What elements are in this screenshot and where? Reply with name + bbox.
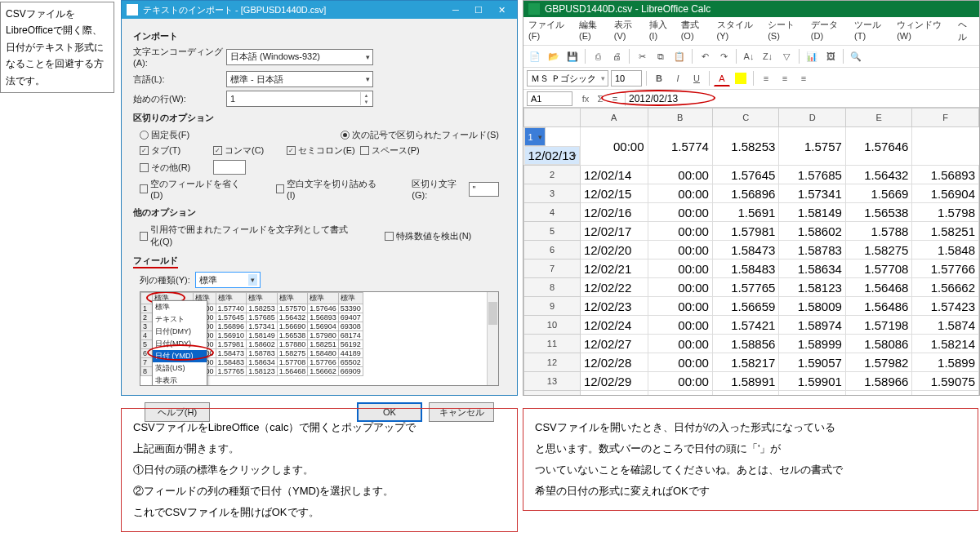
- maximize-button[interactable]: ☐: [468, 2, 489, 17]
- bg-color-icon[interactable]: [735, 73, 746, 84]
- align-left-icon[interactable]: ≡: [758, 70, 774, 86]
- annotation-circle-ymd: [147, 344, 214, 361]
- note-bottom-right: CSVファイルを開いたとき、日付が/の入った形式になっている と思います。数式バ…: [523, 408, 978, 511]
- align-right-icon[interactable]: ≡: [795, 70, 812, 86]
- field-preview[interactable]: 標準標準標準標準標準標準標準12012.02.1300:001.577401.5…: [140, 291, 499, 386]
- redo-icon[interactable]: ↷: [715, 48, 732, 64]
- minimize-button[interactable]: ─: [445, 2, 466, 17]
- formula-bar: A1 fx Σ = 2012/02/13: [523, 90, 979, 108]
- menu-item[interactable]: 表示(V): [614, 19, 641, 43]
- chk-detect-special[interactable]: 特殊数値を検出(N): [385, 224, 471, 248]
- cut-icon[interactable]: ✂: [634, 48, 650, 64]
- sort-desc-icon[interactable]: Z↓: [760, 48, 776, 64]
- encoding-label: 文字エンコーディング(A):: [133, 46, 226, 68]
- font-color-icon[interactable]: A: [714, 70, 730, 86]
- chart-icon[interactable]: 📊: [804, 48, 820, 64]
- sort-asc-icon[interactable]: A↓: [741, 48, 757, 64]
- fontsize-select[interactable]: 10: [611, 70, 642, 86]
- startrow-input[interactable]: 1 ▲▼: [226, 91, 373, 107]
- chk-tab[interactable]: ✓タブ(T): [140, 144, 213, 157]
- toolbar-format[interactable]: ＭＳ Ｐゴシック 10 B I U A ≡ ≡ ≡: [523, 68, 979, 90]
- chk-skip-empty[interactable]: 空のフィールドを省く(D): [140, 178, 243, 200]
- section-separator: 区切りのオプション: [133, 112, 506, 124]
- coltype-select[interactable]: 標準: [195, 272, 261, 288]
- quote-input[interactable]: ": [469, 182, 499, 197]
- radio-fixed[interactable]: 固定長(F): [140, 129, 189, 141]
- close-button[interactable]: ✕: [491, 2, 512, 17]
- coltype-dropdown[interactable]: 標準テキスト日付(DMY)日付(MDY)日付 (YMD)英語(US)非表示: [152, 300, 207, 386]
- annotation-circle-formula: [601, 90, 715, 106]
- dropdown-item[interactable]: 標準: [153, 301, 207, 313]
- toolbar-standard[interactable]: 📄 📂 💾 ⎙ 🖨 ✂ ⧉ 📋 ↶ ↷ A↓ Z↓ ▽ 📊 🖼 🔍: [523, 46, 979, 68]
- quote-label: 区切り文字(G):: [412, 178, 466, 200]
- startrow-label: 始めの行(W):: [133, 93, 226, 105]
- export-pdf-icon[interactable]: ⎙: [590, 48, 606, 64]
- dropdown-item[interactable]: 日付(DMY): [153, 326, 207, 338]
- underline-icon[interactable]: U: [688, 70, 705, 86]
- preview-scrollbar[interactable]: [487, 292, 498, 385]
- paste-icon[interactable]: 📋: [671, 48, 688, 64]
- dropdown-item[interactable]: 非表示: [153, 375, 207, 386]
- encoding-select[interactable]: 日本語 (Windows-932): [226, 49, 373, 65]
- find-icon[interactable]: 🔍: [848, 48, 864, 64]
- formula-input[interactable]: 2012/02/13: [625, 91, 979, 106]
- open-icon[interactable]: 📂: [546, 48, 562, 64]
- bold-icon[interactable]: B: [651, 70, 667, 86]
- chk-other[interactable]: その他(R): [140, 160, 213, 175]
- menu-item[interactable]: 編集(E): [579, 19, 606, 43]
- chk-quoted-as-text[interactable]: 引用符で囲まれたフィールドを文字列として書式化(Q): [140, 224, 352, 248]
- align-center-icon[interactable]: ≡: [777, 70, 793, 86]
- radio-delimited[interactable]: 次の記号で区切られたフィールド(S): [341, 129, 499, 141]
- csv-import-dialog: テキストのインポート - [GBPUSD1440D.csv] ─ ☐ ✕ インポ…: [121, 0, 518, 396]
- font-select[interactable]: ＭＳ Ｐゴシック: [527, 70, 608, 86]
- language-select[interactable]: 標準 - 日本語: [226, 71, 373, 87]
- coltype-label: 列の種類(Y):: [140, 274, 190, 286]
- menu-item[interactable]: データ(D): [811, 19, 846, 43]
- calc-titlebar[interactable]: GBPUSD1440D.csv - LibreOffice Calc: [523, 1, 979, 17]
- calc-icon: [528, 3, 540, 15]
- menu-item[interactable]: 挿入(I): [649, 19, 673, 43]
- fx-icon[interactable]: fx: [579, 94, 592, 104]
- other-delim-input[interactable]: [213, 160, 246, 175]
- section-import: インポート: [133, 30, 506, 42]
- dropdown-item[interactable]: テキスト: [153, 313, 207, 326]
- copy-icon[interactable]: ⧉: [653, 48, 669, 64]
- image-icon[interactable]: 🖼: [822, 48, 839, 64]
- save-icon[interactable]: 💾: [564, 48, 581, 64]
- document-icon: [127, 4, 138, 16]
- menu-item[interactable]: 書式(O): [681, 19, 709, 43]
- filter-icon[interactable]: ▽: [778, 48, 795, 64]
- language-label: 言語(L):: [133, 73, 226, 86]
- menu-item[interactable]: シート(S): [768, 19, 803, 43]
- print-icon[interactable]: 🖨: [608, 48, 625, 64]
- undo-icon[interactable]: ↶: [697, 48, 713, 64]
- dialog-title: テキストのインポート - [GBPUSD1440D.csv]: [143, 4, 326, 16]
- menu-item[interactable]: ヘル: [958, 19, 974, 43]
- chk-trim[interactable]: 空白文字を切り詰める(I): [276, 178, 380, 200]
- menu-item[interactable]: ツール(T): [854, 19, 889, 43]
- dropdown-item[interactable]: 英語(US): [153, 362, 207, 375]
- section-other-options: 他のオプション: [133, 206, 506, 219]
- cell-reference[interactable]: A1: [527, 91, 572, 106]
- note-bottom-left: CSVファイルをLibreOffice（calc）で開くとポップアップで 上記画…: [121, 408, 518, 532]
- spreadsheet-grid[interactable]: ABCDEF112/02/1300:001.57741.582531.57571…: [523, 108, 979, 396]
- menu-item[interactable]: スタイル(Y): [717, 19, 760, 43]
- chk-semicolon[interactable]: ✓セミコロン(E): [287, 144, 360, 157]
- note-top-left: CSVファイルをLibreOfficeで開く際、日付がテキスト形式になることを回…: [0, 2, 114, 93]
- chk-comma[interactable]: ✓コンマ(C): [213, 144, 287, 157]
- calc-window: GBPUSD1440D.csv - LibreOffice Calc ファイル(…: [523, 0, 980, 396]
- new-icon[interactable]: 📄: [527, 48, 543, 64]
- menu-item[interactable]: ウィンドウ(W): [897, 19, 950, 43]
- menubar[interactable]: ファイル(F)編集(E)表示(V)挿入(I)書式(O)スタイル(Y)シート(S)…: [523, 17, 979, 46]
- section-fields: フィールド: [133, 255, 506, 268]
- chk-space[interactable]: スペース(P): [360, 144, 434, 157]
- italic-icon[interactable]: I: [670, 70, 686, 86]
- dialog-titlebar[interactable]: テキストのインポート - [GBPUSD1440D.csv] ─ ☐ ✕: [122, 1, 517, 19]
- menu-item[interactable]: ファイル(F): [528, 19, 571, 43]
